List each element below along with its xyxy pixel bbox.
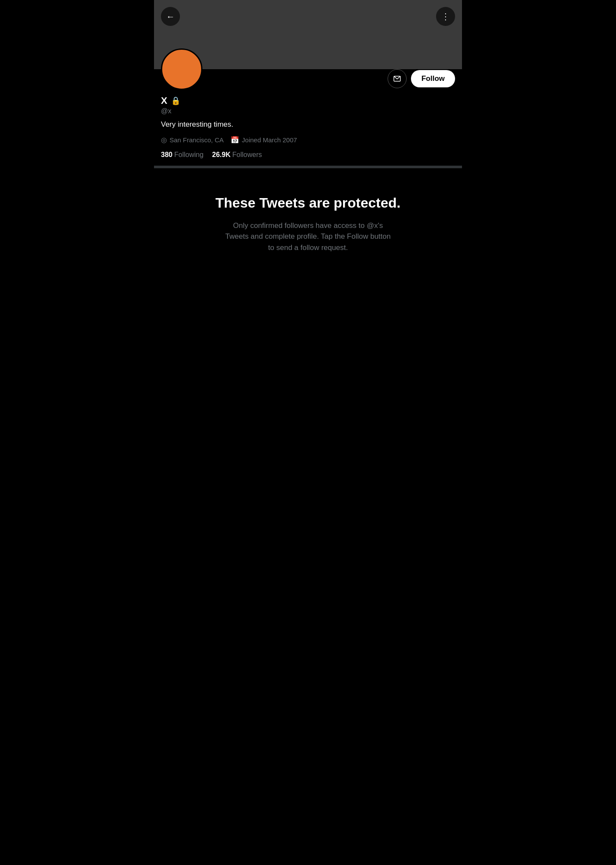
protected-description: Only confirmed followers have access to … bbox=[221, 220, 395, 253]
followers-label: Followers bbox=[232, 151, 262, 159]
joined-text: Joined March 2007 bbox=[242, 136, 297, 144]
profile-name-row: X 🔒 bbox=[161, 95, 455, 106]
following-count: 380 bbox=[161, 151, 173, 159]
lock-icon: 🔒 bbox=[171, 96, 180, 106]
avatar-row: Follow bbox=[161, 69, 455, 90]
joined-meta: 📅 Joined March 2007 bbox=[231, 136, 297, 144]
location-text: San Francisco, CA bbox=[170, 136, 224, 144]
more-dots-icon: ⋮ bbox=[441, 11, 450, 22]
profile-meta: ◎ San Francisco, CA 📅 Joined March 2007 bbox=[161, 136, 455, 144]
header-banner: ← ⋮ bbox=[154, 0, 462, 69]
profile-name: X bbox=[161, 95, 167, 106]
profile-bio: Very interesting times. bbox=[161, 119, 455, 130]
avatar bbox=[161, 48, 202, 90]
location-icon: ◎ bbox=[161, 136, 167, 144]
back-arrow-icon: ← bbox=[166, 12, 175, 22]
follow-button[interactable]: Follow bbox=[411, 70, 455, 87]
followers-count: 26.9K bbox=[212, 151, 231, 159]
envelope-icon bbox=[393, 74, 401, 83]
calendar-icon: 📅 bbox=[231, 136, 239, 144]
profile-handle: @x bbox=[161, 107, 455, 115]
top-navigation: ← ⋮ bbox=[154, 0, 462, 33]
message-button[interactable] bbox=[388, 69, 407, 88]
following-stat[interactable]: 380 Following bbox=[161, 151, 203, 159]
protected-section: These Tweets are protected. Only confirm… bbox=[154, 168, 462, 271]
profile-section: Follow X 🔒 @x Very interesting times. ◎ … bbox=[154, 69, 462, 166]
back-button[interactable]: ← bbox=[161, 7, 180, 26]
location-meta: ◎ San Francisco, CA bbox=[161, 136, 224, 144]
protected-title: These Tweets are protected. bbox=[167, 194, 449, 211]
more-options-button[interactable]: ⋮ bbox=[436, 7, 455, 26]
following-label: Following bbox=[174, 151, 204, 159]
action-buttons: Follow bbox=[388, 69, 455, 90]
stats-row: 380 Following 26.9K Followers bbox=[161, 151, 455, 159]
followers-stat[interactable]: 26.9K Followers bbox=[212, 151, 262, 159]
